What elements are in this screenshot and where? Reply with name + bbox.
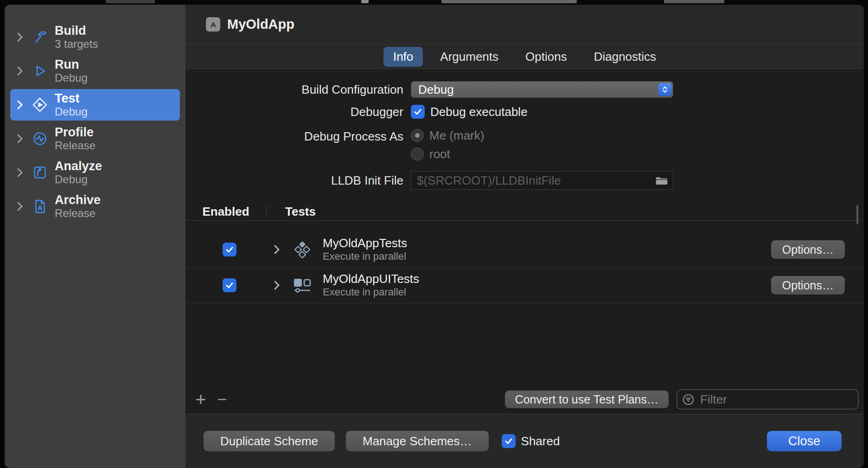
- background-window-fragment: [664, 0, 724, 3]
- hammer-icon: [29, 28, 51, 46]
- table-row-myoldappuitests[interactable]: MyOldAppUITests Execute in parallel Opti…: [185, 268, 864, 303]
- row-enabled-checkbox[interactable]: [223, 278, 236, 292]
- debug-executable-label: Debug executable: [430, 105, 528, 119]
- sidebar-item-detail: Release: [55, 140, 96, 152]
- tests-table-rows: MyOldAppTests Execute in parallel Option…: [185, 221, 864, 385]
- app-target-icon: [206, 17, 220, 32]
- sidebar-item-label: Run: [55, 58, 88, 71]
- sidebar-item-profile[interactable]: Profile Release: [10, 123, 180, 154]
- build-configuration-popup[interactable]: Debug: [411, 81, 673, 98]
- sidebar-item-build[interactable]: Build 3 targets: [10, 21, 180, 53]
- scheme-title: MyOldApp: [227, 17, 294, 32]
- convert-to-test-plans-button[interactable]: Convert to use Test Plans…: [505, 391, 669, 408]
- sidebar-item-detail: Debug: [55, 173, 102, 186]
- remove-test-target-button[interactable]: −: [214, 391, 230, 408]
- sidebar-item-test[interactable]: Test Debug: [10, 89, 180, 121]
- disclosure-chevron-icon[interactable]: [273, 279, 281, 291]
- filter-field: [677, 389, 859, 410]
- scheme-footer: Duplicate Scheme Manage Schemes… Shared …: [185, 414, 864, 468]
- tab-info[interactable]: Info: [383, 47, 423, 67]
- add-test-target-button[interactable]: +: [193, 390, 209, 409]
- tab-arguments[interactable]: Arguments: [430, 47, 508, 67]
- test-target-detail: Execute in parallel: [323, 250, 407, 263]
- lldb-init-file-row: LLDB Init File: [185, 171, 864, 190]
- radio-row-root: root: [411, 147, 484, 161]
- test-diamond-icon: [29, 96, 51, 114]
- checkmark-icon: [412, 106, 423, 117]
- checkmark-icon: [503, 436, 514, 447]
- checkmark-icon: [224, 244, 235, 255]
- debug-process-as-label: Debug Process As: [185, 128, 411, 144]
- options-button[interactable]: Options…: [771, 240, 845, 259]
- disclosure-chevron-icon[interactable]: [16, 167, 29, 179]
- filter-icon: [682, 393, 695, 406]
- sidebar-item-label: Build: [55, 24, 98, 38]
- debugger-label: Debugger: [185, 105, 411, 119]
- options-button[interactable]: Options…: [771, 276, 845, 295]
- sidebar-item-detail: Debug: [55, 106, 88, 118]
- profile-gauge-icon: [29, 129, 51, 148]
- sidebar-item-archive[interactable]: Archive Release: [10, 191, 180, 222]
- filter-input[interactable]: [699, 392, 858, 407]
- build-configuration-value: Debug: [411, 83, 454, 97]
- sidebar-item-run[interactable]: Run Debug: [10, 55, 180, 87]
- sidebar-item-label: Test: [55, 91, 88, 105]
- archive-icon: [29, 197, 51, 216]
- row-enabled-checkbox[interactable]: [223, 243, 236, 256]
- background-window-fragment: [106, 0, 155, 3]
- disclosure-chevron-icon[interactable]: [16, 65, 29, 77]
- debug-executable-checkbox[interactable]: [411, 105, 425, 119]
- radio-root: [411, 147, 424, 160]
- lldb-init-file-label: LLDB Init File: [185, 173, 411, 188]
- table-row-myoldapptests[interactable]: MyOldAppTests Execute in parallel Option…: [185, 232, 864, 268]
- radio-me-label: Me (mark): [429, 128, 484, 143]
- scheme-actions-sidebar: Build 3 targets Run Debug: [5, 5, 185, 468]
- info-pane: Build Configuration Debug Debugger: [185, 69, 864, 414]
- test-target-name: MyOldAppTests: [323, 236, 407, 251]
- vertical-scrollbar[interactable]: [856, 205, 858, 224]
- scheme-editor-sheet: Build 3 targets Run Debug: [5, 5, 864, 468]
- sidebar-item-label: Archive: [55, 193, 101, 207]
- shared-checkbox-group: Shared: [502, 434, 560, 449]
- enabled-column-header: Enabled: [185, 205, 266, 219]
- tab-options[interactable]: Options: [516, 47, 577, 67]
- ui-test-icon: [292, 275, 313, 295]
- sidebar-item-label: Profile: [55, 125, 96, 139]
- tab-diagnostics[interactable]: Diagnostics: [584, 47, 666, 67]
- disclosure-chevron-icon[interactable]: [16, 99, 29, 111]
- disclosure-chevron-icon[interactable]: [16, 200, 29, 212]
- scheme-editor-main: MyOldApp Info Arguments Options Diagnost…: [185, 5, 864, 468]
- background-window-fragment: [441, 0, 577, 3]
- test-target-name: MyOldAppUITests: [323, 272, 419, 287]
- checkmark-icon: [224, 280, 235, 291]
- tests-column-header: Tests: [285, 205, 316, 219]
- debug-process-as-row: Debug Process As Me (mark) root: [185, 128, 864, 161]
- radio-root-label: root: [429, 147, 450, 161]
- analyze-icon: [29, 163, 51, 182]
- radio-me: [411, 129, 424, 142]
- disclosure-chevron-icon[interactable]: [16, 31, 29, 43]
- tests-table-header: Enabled Tests: [185, 203, 864, 221]
- disclosure-chevron-icon[interactable]: [16, 133, 29, 145]
- play-icon: [29, 62, 51, 80]
- radio-dot: [415, 133, 420, 138]
- sidebar-item-analyze[interactable]: Analyze Debug: [10, 157, 180, 188]
- build-configuration-row: Build Configuration Debug: [185, 81, 864, 98]
- debug-process-as-options: Me (mark) root: [411, 128, 484, 161]
- test-info-form: Build Configuration Debug Debugger: [185, 69, 864, 190]
- shared-checkbox[interactable]: [502, 434, 516, 448]
- folder-icon[interactable]: [655, 176, 668, 188]
- lldb-init-file-field: [411, 171, 673, 190]
- manage-schemes-button[interactable]: Manage Schemes…: [346, 431, 489, 451]
- scheme-titlebar: MyOldApp: [185, 5, 864, 45]
- disclosure-chevron-icon[interactable]: [273, 244, 281, 256]
- tests-table-toolbar: + − Convert to use Test Plans…: [185, 385, 864, 414]
- duplicate-scheme-button[interactable]: Duplicate Scheme: [204, 431, 335, 451]
- column-divider[interactable]: [266, 205, 267, 218]
- close-button[interactable]: Close: [767, 431, 842, 451]
- test-target-detail: Execute in parallel: [323, 286, 419, 299]
- debugger-row: Debugger Debug executable: [185, 104, 864, 119]
- radio-row-me: Me (mark): [411, 128, 484, 142]
- lldb-init-file-input[interactable]: [411, 173, 673, 188]
- sidebar-item-detail: Release: [55, 207, 101, 220]
